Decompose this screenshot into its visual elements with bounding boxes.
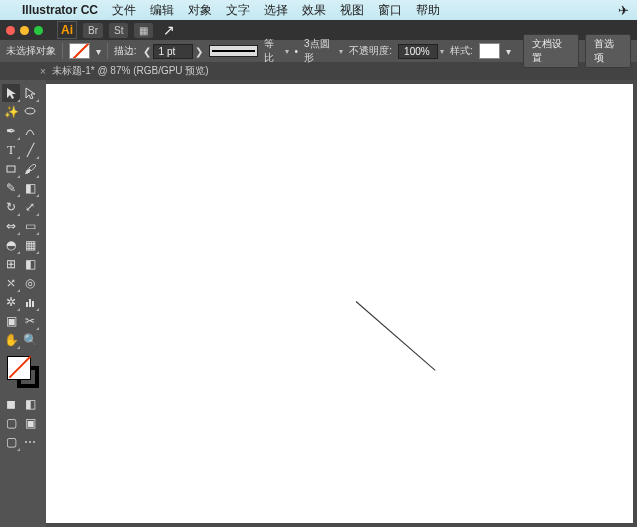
svg-rect-2 (26, 302, 28, 307)
line-path[interactable] (356, 301, 436, 371)
stroke-label: 描边: (114, 44, 137, 58)
svg-rect-3 (29, 299, 31, 307)
preferences-button[interactable]: 首选项 (585, 34, 631, 68)
line-segment-tool[interactable]: ╱ (21, 141, 39, 159)
mesh-tool[interactable]: ⊞ (2, 255, 20, 273)
stroke-weight-value[interactable]: 1 pt (153, 44, 193, 59)
draw-behind-icon[interactable]: ▣ (21, 414, 39, 432)
symbol-sprayer-tool[interactable]: ✲ (2, 293, 20, 311)
control-bar: 未选择对象 ▾ 描边: ❮ 1 pt ❯ 等比▾ • 3点圆形▾ 不透明度: 1… (0, 40, 637, 62)
paintbrush-tool[interactable]: 🖌 (21, 160, 39, 178)
selection-tool[interactable] (2, 84, 20, 102)
close-tab-icon[interactable]: × (40, 66, 46, 77)
stock-button[interactable]: St (109, 23, 128, 38)
menu-type[interactable]: 文字 (226, 2, 250, 19)
graphic-style-swatch[interactable] (479, 43, 500, 59)
free-transform-tool[interactable]: ▭ (21, 217, 39, 235)
fill-swatch[interactable] (69, 43, 90, 59)
document-tab-title[interactable]: 未标题-1* @ 87% (RGB/GPU 预览) (52, 64, 209, 78)
variable-width-profile[interactable]: 等比▾ (264, 37, 289, 65)
screen-mode-icon[interactable]: ▢ (2, 433, 20, 451)
rectangle-tool[interactable] (2, 160, 20, 178)
opacity-input[interactable]: 100%▾ (398, 44, 444, 59)
edit-toolbar-icon[interactable]: ⋯ (21, 433, 39, 451)
stroke-weight-stepper[interactable]: ❮ 1 pt ❯ (143, 44, 203, 59)
selection-status: 未选择对象 (6, 44, 56, 58)
document-setup-button[interactable]: 文档设置 (523, 34, 579, 68)
app-name[interactable]: Illustrator CC (22, 3, 98, 17)
brush-definition[interactable]: 3点圆形▾ (304, 37, 343, 65)
close-window-icon[interactable] (6, 26, 15, 35)
arrange-documents-button[interactable]: ▦ (134, 23, 153, 38)
minimize-window-icon[interactable] (20, 26, 29, 35)
eyedropper-tool[interactable]: ⤯ (2, 274, 20, 292)
sync-icon[interactable]: ↗ (163, 22, 175, 38)
menu-file[interactable]: 文件 (112, 2, 136, 19)
shaper-tool[interactable]: ✎ (2, 179, 20, 197)
artboard[interactable] (46, 84, 633, 523)
gradient-mode-icon[interactable]: ◧ (21, 395, 39, 413)
chevron-down-icon[interactable]: ▾ (96, 46, 101, 57)
slice-tool[interactable]: ✂ (21, 312, 39, 330)
curvature-tool[interactable] (21, 122, 39, 140)
blend-tool[interactable]: ◎ (21, 274, 39, 292)
zoom-tool[interactable]: 🔍 (21, 331, 39, 349)
menu-select[interactable]: 选择 (264, 2, 288, 19)
pen-tool[interactable]: ✒ (2, 122, 20, 140)
svg-rect-1 (7, 166, 15, 172)
width-tool[interactable]: ⇔ (2, 217, 20, 235)
menu-help[interactable]: 帮助 (416, 2, 440, 19)
type-tool[interactable]: T (2, 141, 20, 159)
menu-effect[interactable]: 效果 (302, 2, 326, 19)
chevron-down-icon[interactable]: ▾ (506, 46, 511, 57)
gradient-tool[interactable]: ◧ (21, 255, 39, 273)
magic-wand-tool[interactable]: ✨ (2, 103, 20, 121)
fill-stroke-control[interactable] (5, 354, 41, 390)
column-graph-tool[interactable] (21, 293, 39, 311)
tools-panel: ✨ ✒ T ╱ 🖌 ✎ ◧ ↻ ⤢ ⇔ ▭ ◓ ▦ (0, 80, 46, 527)
artboard-tool[interactable]: ▣ (2, 312, 20, 330)
menu-window[interactable]: 窗口 (378, 2, 402, 19)
shape-builder-tool[interactable]: ◓ (2, 236, 20, 254)
canvas-area (46, 80, 637, 527)
style-label: 样式: (450, 44, 473, 58)
zoom-window-icon[interactable] (34, 26, 43, 35)
hand-tool[interactable]: ✋ (2, 331, 20, 349)
main-area: ✨ ✒ T ╱ 🖌 ✎ ◧ ↻ ⤢ ⇔ ▭ ◓ ▦ (0, 80, 637, 527)
window-controls (6, 26, 43, 35)
scale-tool[interactable]: ⤢ (21, 198, 39, 216)
menu-object[interactable]: 对象 (188, 2, 212, 19)
lasso-tool[interactable] (21, 103, 39, 121)
menu-view[interactable]: 视图 (340, 2, 364, 19)
perspective-grid-tool[interactable]: ▦ (21, 236, 39, 254)
opacity-label: 不透明度: (349, 44, 392, 58)
rotate-tool[interactable]: ↻ (2, 198, 20, 216)
send-icon[interactable]: ✈ (618, 3, 629, 18)
svg-point-0 (25, 108, 35, 114)
color-mode-icon[interactable]: ◼ (2, 395, 20, 413)
draw-normal-icon[interactable]: ▢ (2, 414, 20, 432)
go-to-bridge-button[interactable]: Br (83, 23, 103, 38)
stroke-preview[interactable] (209, 45, 258, 57)
eraser-tool[interactable]: ◧ (21, 179, 39, 197)
macos-menubar: Illustrator CC 文件 编辑 对象 文字 选择 效果 视图 窗口 帮… (0, 0, 637, 20)
svg-rect-4 (32, 301, 34, 307)
direct-selection-tool[interactable] (21, 84, 39, 102)
fill-color-icon[interactable] (7, 356, 31, 380)
menu-edit[interactable]: 编辑 (150, 2, 174, 19)
ai-logo: Ai (57, 21, 77, 39)
